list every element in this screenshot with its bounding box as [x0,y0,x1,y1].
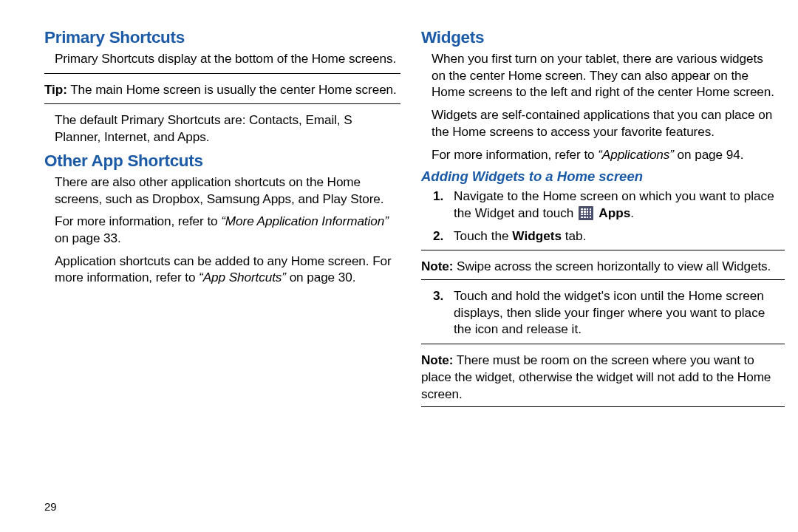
step-item: Touch the Widgets tab. [421,228,777,245]
text: . [630,205,634,220]
divider [421,344,785,344]
tip-text: The main Home screen is usually the cent… [67,82,397,97]
text: on page 30. [286,270,355,284]
heading-primary-shortcuts: Primary Shortcuts [44,28,400,47]
step-list: Navigate to the Home screen on which you… [421,188,777,244]
bold-text: Widgets [512,228,562,243]
text: on page 33. [55,231,121,245]
reference-italic: “Applications” [598,147,674,162]
body-text: For more information, refer to “More App… [55,213,400,246]
note-label: Note: [421,352,453,367]
divider [44,103,400,104]
heading-other-app-shortcuts: Other App Shortcuts [44,151,400,171]
heading-widgets: Widgets [421,28,777,47]
text: For more information, refer to [55,214,221,228]
divider [44,73,400,74]
reference-italic: “App Shortcuts” [199,270,286,284]
step-list: Touch and hold the widget's icon until t… [421,287,777,338]
note-text: Swipe across the screen horizontally to … [453,259,771,273]
divider [421,406,785,407]
body-text: Widgets are self-contained applications … [432,106,777,140]
divider [421,250,785,250]
apps-label: Apps [596,205,630,220]
subheading-adding-widgets: Adding Widgets to a Home screen [421,168,777,185]
body-text: Primary Shortcuts display at the bottom … [55,50,400,67]
text: For more information, refer to [432,147,598,162]
note-text: There must be room on the screen where y… [421,352,771,400]
body-text: The default Primary Shortcuts are: Conta… [55,112,400,145]
tip-line: Tip: The main Home screen is usually the… [44,81,400,98]
apps-grid-icon [579,206,593,220]
page-number: 29 [44,500,57,513]
note-line: Note: There must be room on the screen w… [421,352,777,402]
manual-page: Primary Shortcuts Primary Shortcuts disp… [0,0,798,532]
body-text: There are also other application shortcu… [55,174,400,207]
text: Touch the [454,228,512,243]
body-text: Application shortcuts can be added to an… [55,253,400,286]
step-item: Navigate to the Home screen on which you… [421,188,777,221]
right-column: Widgets When you first turn on your tabl… [421,28,777,510]
tip-label: Tip: [44,82,67,97]
note-line: Note: Swipe across the screen horizontal… [421,258,777,275]
text: Touch and hold the widget's icon until t… [454,288,765,336]
body-text: When you first turn on your tablet, ther… [432,50,777,100]
note-label: Note: [421,259,453,273]
left-column: Primary Shortcuts Primary Shortcuts disp… [44,28,421,510]
text: tab. [562,228,586,243]
text: on page 94. [674,147,743,162]
note-block: Note: Swipe across the screen horizontal… [421,250,777,280]
step-item: Touch and hold the widget's icon until t… [421,287,777,338]
note-block: Note: There must be room on the screen w… [421,344,777,407]
body-text: For more information, refer to “Applicat… [432,146,777,163]
divider [421,279,785,280]
reference-italic: “More Application Information” [221,214,389,228]
